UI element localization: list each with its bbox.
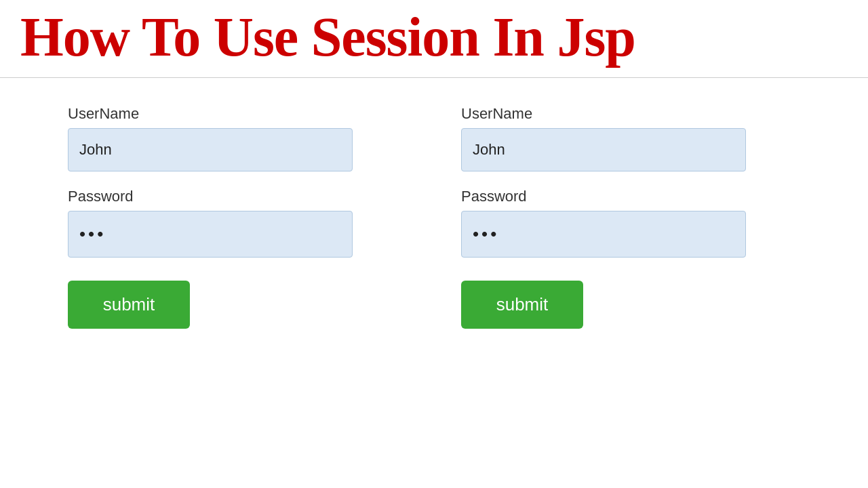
password-input-right[interactable] [461,211,746,258]
page-title: How to use Session in Jsp [0,0,868,68]
form-right: UserName Password submit [434,92,827,342]
password-input-left[interactable] [68,211,353,258]
username-label-right: UserName [461,105,800,123]
username-input-left[interactable] [68,128,353,171]
password-label-left: Password [68,188,407,205]
forms-container: UserName Password submit UserName Passwo… [0,78,868,342]
username-section-right: UserName [461,105,800,188]
username-input-right[interactable] [461,128,746,171]
form-left: UserName Password submit [41,92,434,342]
username-label-left: UserName [68,105,407,123]
password-section-right: Password [461,188,800,274]
submit-button-left[interactable]: submit [68,281,190,329]
username-section-left: UserName [68,105,407,188]
password-section-left: Password [68,188,407,274]
password-label-right: Password [461,188,800,205]
submit-button-right[interactable]: submit [461,281,583,329]
